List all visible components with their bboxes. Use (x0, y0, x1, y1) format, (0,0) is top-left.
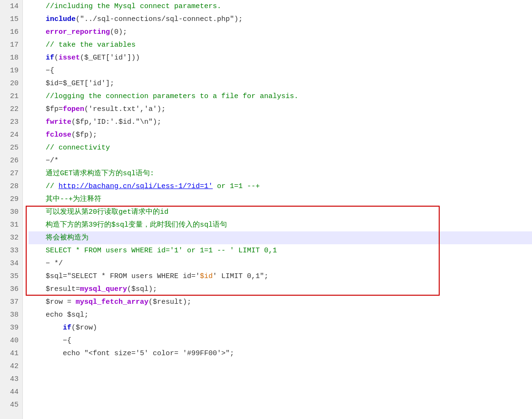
code-line: if(isset($_GET['id'])) (29, 51, 532, 64)
code-line: //including the Mysql connect parameters… (29, 0, 532, 13)
token: − */ (29, 259, 63, 268)
code-line: $sql="SELECT * FROM users WHERE id='$id'… (29, 270, 532, 283)
token: or 1=1 --+ (213, 182, 260, 190)
line-number: 37 (4, 296, 19, 309)
token: −{ (29, 337, 71, 345)
code-line: fclose($fp); (29, 129, 532, 141)
token: ( (54, 54, 59, 62)
token: ("../sql-connections/sql-connect.php"); (76, 15, 243, 23)
token: echo $sql; (29, 311, 89, 319)
line-number: 43 (4, 373, 19, 386)
code-line: 通过GET请求构造下方的sql语句: (29, 167, 532, 180)
token: //including the Mysql connect parameters… (29, 2, 221, 10)
token: ($result); (148, 298, 191, 306)
code-line: //logging the connection parameters to a… (29, 90, 532, 103)
token: fclose (46, 131, 71, 139)
token: if (46, 54, 54, 62)
code-line: −{ (29, 334, 532, 347)
token (29, 28, 46, 36)
token (29, 131, 46, 139)
token: $sql="SELECT * FROM users WHERE id=' (29, 272, 200, 280)
token: 其中--+为注释符 (29, 195, 101, 203)
token: −{ (29, 67, 54, 75)
code-line: fwrite($fp,'ID:'.$id."\n"); (29, 116, 532, 129)
code-line: echo $sql; (29, 309, 532, 321)
token: //logging the connection parameters to a… (29, 92, 298, 100)
token: // (29, 182, 59, 190)
code-line: $result=mysql_query($sql); (29, 283, 532, 296)
code-line: − */ (29, 257, 532, 270)
token: ($fp); (71, 131, 97, 139)
line-number: 23 (4, 116, 19, 129)
line-number: 30 (4, 206, 19, 219)
code-line: // take the variables (29, 39, 532, 51)
line-number: 24 (4, 129, 19, 141)
token: 通过GET请求构造下方的sql语句: (29, 170, 154, 178)
token: ($sql); (127, 285, 157, 293)
code-line: 其中--+为注释符 (29, 193, 532, 206)
token: ' LIMIT 0,1"; (213, 272, 268, 280)
line-number: 15 (4, 13, 19, 26)
token: 构造下方的第39行的$sql变量，此时我们传入的sql语句 (29, 221, 227, 229)
line-number: 18 (4, 51, 19, 64)
token (29, 324, 63, 332)
code-line: echo "<font size='5' color= '#99FF00'>"; (29, 347, 532, 360)
token: SELECT * FROM users WHERE id='1' or 1=1 … (29, 247, 277, 255)
line-number: 19 (4, 64, 19, 77)
line-number: 28 (4, 180, 19, 193)
token: $row = (29, 298, 76, 306)
line-number: 39 (4, 321, 19, 334)
line-number: 42 (4, 360, 19, 373)
code-line: include("../sql-connections/sql-connect.… (29, 13, 532, 26)
code-line: 构造下方的第39行的$sql变量，此时我们传入的sql语句 (29, 219, 532, 231)
code-line: −{ (29, 64, 532, 77)
line-number: 40 (4, 334, 19, 347)
token (29, 118, 46, 126)
token: ($_GET['id'])) (80, 54, 140, 62)
token: 将会被构造为 (29, 234, 89, 242)
token: $id=$_GET['id']; (29, 80, 114, 88)
line-number: 45 (4, 399, 19, 411)
line-number: 31 (4, 219, 19, 231)
token: // connectivity (29, 144, 110, 152)
code-line: SELECT * FROM users WHERE id='1' or 1=1 … (29, 244, 532, 257)
code-line: error_reporting(0); (29, 26, 532, 39)
token: include (46, 15, 76, 23)
token: fwrite (46, 118, 71, 126)
token: echo "<font size='5' color= '#99FF00'>"; (29, 349, 234, 358)
line-number: 34 (4, 257, 19, 270)
line-number: 17 (4, 39, 19, 51)
line-number: 21 (4, 90, 19, 103)
line-number: 26 (4, 154, 19, 167)
code-line: // http://bachang.cn/sqli/Less-1/?id=1' … (29, 180, 532, 193)
token: // take the variables (29, 41, 136, 49)
code-line: $row = mysql_fetch_array($result); (29, 296, 532, 309)
token: ('result.txt','a'); (84, 105, 166, 113)
code-container: 1415161718192021222324252627282930313233… (0, 0, 532, 419)
line-number: 20 (4, 77, 19, 90)
token: http://bachang.cn/sqli/Less-1/?id=1' (59, 182, 213, 190)
token: 可以发现从第20行读取get请求中的id (29, 208, 168, 216)
line-number: 44 (4, 386, 19, 399)
code-line: 可以发现从第20行读取get请求中的id (29, 206, 532, 219)
token (29, 15, 46, 23)
code-line: $fp=fopen('result.txt','a'); (29, 103, 532, 116)
code-line: // connectivity (29, 141, 532, 154)
line-number: 33 (4, 244, 19, 257)
line-number: 38 (4, 309, 19, 321)
token: −/* (29, 157, 59, 165)
code-line: if($row) (29, 321, 532, 334)
token: if (63, 324, 71, 332)
line-number: 25 (4, 141, 19, 154)
line-number: 36 (4, 283, 19, 296)
token: mysql_query (80, 285, 127, 293)
line-number: 14 (4, 0, 19, 13)
code-line: 将会被构造为 (29, 231, 532, 244)
token: isset (59, 54, 80, 62)
line-number: 35 (4, 270, 19, 283)
code-area: //including the Mysql connect parameters… (23, 0, 532, 419)
token (29, 54, 46, 62)
token: $fp= (29, 105, 63, 113)
token: ($row) (71, 324, 97, 332)
line-number: 29 (4, 193, 19, 206)
